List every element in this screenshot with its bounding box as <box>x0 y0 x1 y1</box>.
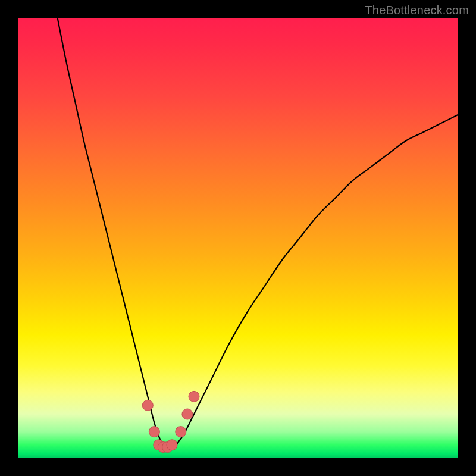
bottleneck-curve <box>58 18 458 450</box>
bottleneck-curve-svg <box>18 18 458 458</box>
chart-frame: TheBottleneck.com <box>0 0 476 476</box>
curve-marker <box>167 440 177 450</box>
curve-marker <box>182 409 193 419</box>
watermark-text: TheBottleneck.com <box>365 4 469 17</box>
curve-marker <box>149 427 159 437</box>
curve-marker <box>189 391 199 402</box>
curve-marker <box>176 427 186 437</box>
curve-marker <box>142 400 153 411</box>
plot-area <box>18 18 458 458</box>
